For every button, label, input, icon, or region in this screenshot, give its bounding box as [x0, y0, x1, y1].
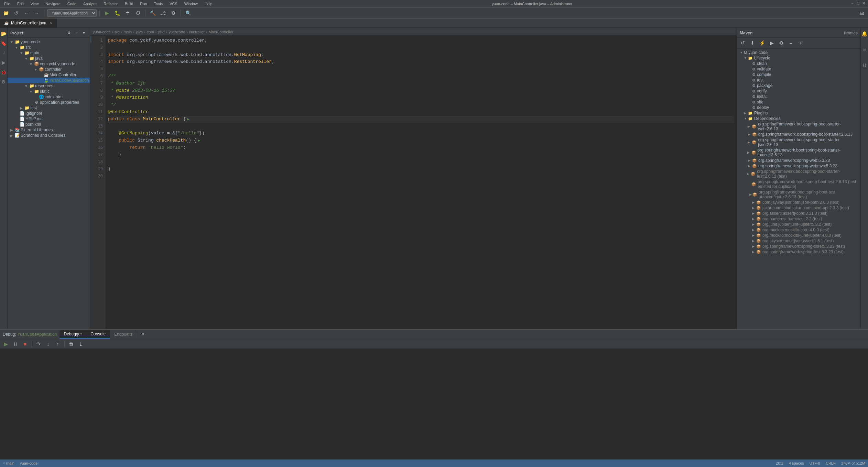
breadcrumb-src[interactable]: src	[115, 30, 120, 34]
maven-arrow[interactable]: ▶	[752, 228, 756, 232]
maven-item[interactable]: ▶📦org.springframework:spring-core:5.3.23…	[737, 244, 860, 249]
maven-download[interactable]: ⬇	[748, 38, 757, 47]
maven-arrow[interactable]: ▶	[747, 151, 751, 154]
tab-maincontroller[interactable]: ☕ MainController.java ✕	[0, 19, 57, 27]
tree-item-main[interactable]: ▼📁main	[8, 50, 90, 56]
line-ending-indicator[interactable]: CRLF	[826, 461, 836, 465]
maven-item[interactable]: ⚙compile	[737, 72, 860, 77]
tab-endpoints[interactable]: Endpoints	[110, 331, 137, 338]
project-view-toggle[interactable]: 📁	[1, 9, 10, 18]
maven-arrow[interactable]: ▶	[749, 193, 753, 196]
breadcrumb-com[interactable]: com	[147, 30, 154, 34]
maven-run[interactable]: ▶	[767, 38, 776, 47]
maven-item[interactable]: ▶📦org.springframework.boot:spring-boot-s…	[737, 169, 860, 179]
expand-all[interactable]: ⊞	[858, 9, 867, 18]
maven-profiles-label[interactable]: Profiles	[844, 31, 858, 35]
maven-item[interactable]: ▶📦org.springframework.boot:spring-boot-s…	[737, 147, 860, 158]
tree-item-HELP.md[interactable]: 📄HELP.md	[8, 116, 90, 122]
notifications-button[interactable]: 🔔	[860, 30, 868, 38]
tree-item-test[interactable]: ▶📁test	[8, 105, 90, 111]
maven-item[interactable]: ⚙install	[737, 94, 860, 99]
maven-arrow[interactable]: ▶	[752, 212, 756, 215]
maven-arrow[interactable]: ▼	[740, 51, 744, 54]
maven-generate[interactable]: ⚡	[758, 38, 767, 47]
maven-arrow[interactable]: ▶	[752, 239, 756, 243]
profile-button[interactable]: ⏱	[133, 9, 142, 18]
console-settings[interactable]: ⚙	[140, 331, 146, 337]
hierarchy-button[interactable]: H	[860, 61, 868, 69]
maven-item[interactable]: ▶📦org.springframework.boot:spring-boot-t…	[737, 189, 860, 200]
vcs-branch[interactable]: ⑂ main	[3, 461, 14, 465]
debug-step-over[interactable]: ↷	[34, 340, 43, 348]
maven-item[interactable]: ▶📦com.jayway.jsonpath:json-path:2.6.0 (t…	[737, 200, 860, 205]
tree-item-resources[interactable]: ▼📁resources	[8, 83, 90, 89]
menu-code[interactable]: Code	[66, 1, 78, 7]
menu-bar[interactable]: File Edit View Navigate Code Analyze Ref…	[3, 1, 214, 7]
close-button[interactable]: ✕	[862, 1, 865, 6]
tree-arrow[interactable]: ▼	[28, 90, 34, 93]
maven-expand[interactable]: +	[796, 38, 805, 47]
maven-collapse[interactable]: –	[786, 38, 795, 47]
tree-item-pom.xml[interactable]: 📄pom.xml	[8, 122, 90, 127]
maven-arrow[interactable]: ▶	[752, 201, 756, 204]
tree-arrow[interactable]: ▼	[33, 68, 39, 71]
sidebar-collapse[interactable]: –	[73, 30, 79, 36]
tree-arrow[interactable]: ▶	[19, 106, 24, 110]
maven-arrow[interactable]: ▼	[744, 56, 748, 60]
encoding-indicator[interactable]: UTF-8	[810, 461, 820, 465]
console-output[interactable]	[0, 349, 868, 459]
tree-item-.gitignore[interactable]: 📄.gitignore	[8, 111, 90, 116]
tab-debugger[interactable]: Debugger	[59, 330, 86, 338]
maven-arrow[interactable]: ▶	[748, 159, 752, 162]
maven-item[interactable]: ▶📦org.springframework.boot:spring-boot-s…	[737, 137, 860, 147]
menu-window[interactable]: Window	[183, 1, 199, 7]
maven-item[interactable]: ▶📁Plugins	[737, 110, 860, 116]
tree-item-MainController[interactable]: ☕MainController	[8, 72, 90, 78]
refresh-button[interactable]: ↺	[12, 9, 21, 18]
maven-arrow[interactable]: ▶	[752, 217, 756, 221]
maven-item[interactable]: ▼📁Dependencies	[737, 116, 860, 121]
coverage-button[interactable]: ☂	[123, 9, 132, 18]
git-tool-button[interactable]: ⑂	[0, 49, 8, 57]
tree-item-index.html[interactable]: 🌐index.html	[8, 94, 90, 100]
menu-help[interactable]: Help	[203, 1, 214, 7]
maven-item[interactable]: ▶📦org.hamcrest:hamcrest:2.2 (test)	[737, 216, 860, 222]
maven-arrow[interactable]: ▶	[747, 172, 751, 176]
maven-arrow[interactable]: ▶	[752, 223, 756, 226]
breadcrumb-project[interactable]: yuan-code	[93, 30, 110, 34]
run-line-icon[interactable]: ▶	[187, 117, 189, 121]
tree-item-java[interactable]: ▼📁java	[8, 56, 90, 61]
breadcrumb-main[interactable]: main	[123, 30, 132, 34]
maven-item[interactable]: ▶📦org.mockito:mockito-junit-jupiter:4.0.…	[737, 233, 860, 238]
memory-indicator[interactable]: 376M of 512M	[841, 461, 865, 465]
tree-arrow[interactable]: ▼	[9, 40, 14, 44]
run-button[interactable]: ▶	[102, 9, 111, 18]
sidebar-settings[interactable]: ⚙	[66, 30, 72, 36]
tab-console[interactable]: Console	[86, 330, 110, 338]
menu-run[interactable]: Run	[139, 1, 148, 7]
maven-arrow[interactable]: ▼	[744, 117, 748, 120]
tree-item-External Libraries[interactable]: ▶📚External Libraries	[8, 127, 90, 133]
menu-view[interactable]: View	[29, 1, 40, 7]
breadcrumb-java[interactable]: java	[136, 30, 143, 34]
debug-pause[interactable]: ⏸	[11, 340, 20, 348]
menu-edit[interactable]: Edit	[16, 1, 25, 7]
maven-item[interactable]: ⚙clean	[737, 61, 860, 66]
maven-item[interactable]: ⚙package	[737, 83, 860, 88]
maven-item[interactable]: ⚙deploy	[737, 105, 860, 110]
run-tool-button[interactable]: ▶	[0, 58, 8, 67]
project-tool-button[interactable]: 📂	[0, 30, 8, 38]
maven-item[interactable]: ⚙site	[737, 99, 860, 105]
breadcrumb-yuancode[interactable]: yuancode	[169, 30, 185, 34]
tree-arrow[interactable]: ▼	[23, 84, 29, 88]
maven-item[interactable]: ▶📦jakarta.xml.bind:jakarta.xml.bind-api:…	[737, 205, 860, 211]
bookmarks-tool-button[interactable]: 🔖	[0, 39, 8, 47]
maven-item[interactable]: ⚙verify	[737, 88, 860, 94]
project-selector[interactable]: YuanCodeApplication	[47, 9, 97, 17]
maven-arrow[interactable]: ▶	[748, 164, 752, 168]
maven-item[interactable]: 📦org.springframework.boot:spring-boot-te…	[737, 179, 860, 189]
run-line-icon[interactable]: ▶	[198, 138, 200, 143]
maven-arrow[interactable]: ▶	[748, 133, 752, 136]
tree-item-static[interactable]: ▼📁static	[8, 89, 90, 94]
debug-step-out[interactable]: ↑	[53, 340, 62, 348]
